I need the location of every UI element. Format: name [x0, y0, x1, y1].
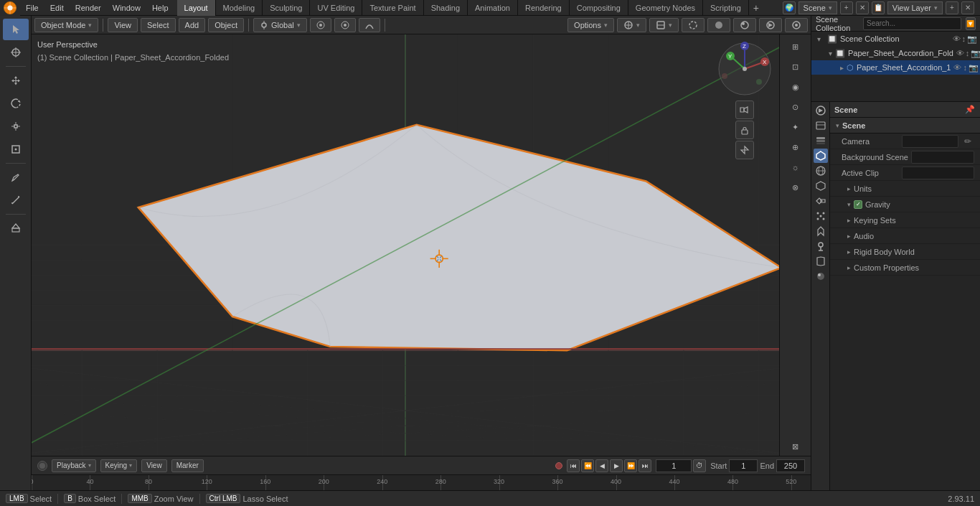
- tab-compositing[interactable]: Compositing: [570, 0, 628, 16]
- marker-menu[interactable]: Marker: [171, 459, 204, 472]
- tool-move[interactable]: [3, 70, 29, 91]
- outliner-filter-button[interactable]: 🔽: [966, 17, 976, 30]
- view-layer-props-icon[interactable]: [814, 133, 828, 148]
- menu-file[interactable]: File: [20, 0, 44, 16]
- viewport-3d[interactable]: User Perspective (1) Scene Collection | …: [32, 34, 779, 456]
- material-props-icon[interactable]: [814, 269, 828, 284]
- modifier-props-icon[interactable]: [814, 194, 828, 208]
- tool-add-primitive[interactable]: [3, 217, 29, 239]
- output-props-icon[interactable]: [814, 118, 828, 133]
- shading-solid[interactable]: [707, 18, 730, 32]
- jump-start-button[interactable]: ⏮: [567, 459, 580, 472]
- particles-props-icon[interactable]: [814, 209, 828, 223]
- scene-props-icon[interactable]: [814, 149, 828, 163]
- collection-render-icon[interactable]: 📷: [971, 49, 980, 58]
- keying-sets-section[interactable]: ▸ Keying Sets: [830, 212, 980, 228]
- tool-select[interactable]: [3, 19, 29, 40]
- select-menu-button[interactable]: Select: [141, 18, 176, 32]
- view-layer-selector[interactable]: View Layer ▾: [887, 1, 943, 14]
- view-menu-button[interactable]: View: [108, 18, 138, 32]
- tool-measure[interactable]: [3, 189, 29, 211]
- start-frame-input[interactable]: [729, 459, 758, 472]
- transform-pivot-button[interactable]: Global ▾: [253, 18, 307, 32]
- menu-edit[interactable]: Edit: [44, 0, 70, 16]
- tab-layout[interactable]: Layout: [177, 0, 216, 16]
- data-props-icon[interactable]: [814, 254, 828, 268]
- gravity-section[interactable]: ▾ ✓ Gravity: [830, 197, 980, 212]
- options-button[interactable]: Options ▾: [567, 18, 614, 32]
- gravity-checkbox[interactable]: ✓: [854, 200, 862, 209]
- menu-render[interactable]: Render: [70, 0, 107, 16]
- tab-uv-editing[interactable]: UV Editing: [310, 0, 362, 16]
- scene-selector[interactable]: Scene ▾: [798, 1, 837, 14]
- tab-rendering[interactable]: Rendering: [518, 0, 570, 16]
- object-menu-button[interactable]: Object: [208, 18, 244, 32]
- shading-rendered[interactable]: [759, 18, 782, 32]
- tool-rotate[interactable]: [3, 93, 29, 114]
- selectability-icon[interactable]: ↕: [962, 34, 966, 44]
- timeline-ruler[interactable]: 04080120160200240280320360400440480520: [32, 475, 811, 490]
- lock-view-button[interactable]: [735, 121, 754, 139]
- tab-geometry-nodes[interactable]: Geometry Nodes: [628, 0, 703, 16]
- visibility-icon[interactable]: 👁: [953, 34, 961, 44]
- tab-texture-paint[interactable]: Texture Paint: [362, 0, 423, 16]
- shading-eevee[interactable]: [785, 18, 808, 32]
- physics-props-icon[interactable]: [814, 224, 828, 238]
- menu-window[interactable]: Window: [107, 0, 146, 16]
- viewport-overlay-toggle[interactable]: ▾: [649, 18, 679, 32]
- delete-scene-icon[interactable]: ✕: [856, 1, 869, 14]
- menu-help[interactable]: Help: [146, 0, 174, 16]
- tool-annotate[interactable]: [3, 167, 29, 188]
- delete-view-layer-icon[interactable]: ✕: [961, 1, 974, 14]
- props-pin-button[interactable]: 📌: [964, 104, 976, 116]
- blender-logo[interactable]: [0, 0, 20, 16]
- object-mode-button[interactable]: Object Mode ▾: [34, 18, 98, 32]
- add-workspace-button[interactable]: +: [749, 1, 763, 15]
- object-render-icon[interactable]: 📷: [969, 63, 979, 72]
- snap-button[interactable]: [310, 18, 331, 32]
- tool-cursor[interactable]: [3, 42, 29, 63]
- tool-scale[interactable]: [3, 116, 29, 137]
- object-visibility-icon[interactable]: 👁: [953, 63, 961, 72]
- camera-value-field[interactable]: [902, 135, 958, 148]
- shading-material[interactable]: [733, 18, 756, 32]
- new-view-layer-icon[interactable]: +: [946, 1, 958, 14]
- render-props-icon[interactable]: [814, 103, 828, 118]
- current-frame-input[interactable]: [656, 459, 692, 472]
- time-unit-button[interactable]: ⏱: [693, 459, 706, 472]
- tab-shading[interactable]: Shading: [424, 0, 468, 16]
- view-layer-icon[interactable]: 📋: [872, 1, 885, 14]
- tab-animation[interactable]: Animation: [468, 0, 518, 16]
- tab-scripting[interactable]: Scripting: [703, 0, 749, 16]
- collection-selectability-icon[interactable]: ↕: [966, 49, 970, 58]
- audio-section[interactable]: ▸ Audio: [830, 228, 980, 244]
- render-icon[interactable]: 📷: [967, 34, 977, 44]
- proportional-edit-button[interactable]: [334, 18, 356, 32]
- rigid-body-section[interactable]: ▸ Rigid Body World: [830, 244, 980, 260]
- next-frame-button[interactable]: ⏩: [624, 459, 637, 472]
- keying-menu[interactable]: Keying ▾: [100, 459, 138, 472]
- new-scene-icon[interactable]: +: [840, 1, 853, 14]
- tab-sculpting[interactable]: Sculpting: [263, 0, 310, 16]
- play-reverse-button[interactable]: ◀: [595, 459, 608, 472]
- camera-view-button[interactable]: [735, 100, 754, 119]
- record-button[interactable]: [555, 462, 562, 469]
- outliner-item-object[interactable]: ▸ ⬡ Paper_Sheet_Accordion_1 👁 ↕ 📷: [811, 60, 980, 75]
- outliner-search[interactable]: [863, 17, 961, 30]
- tab-modeling[interactable]: Modeling: [216, 0, 263, 16]
- jump-end-button[interactable]: ⏭: [639, 459, 651, 472]
- outliner-item-collection[interactable]: ▾ 🔲 Paper_Sheet_Accordion_Fold 👁 ↕ 📷: [811, 46, 980, 60]
- add-menu-button[interactable]: Add: [179, 18, 206, 32]
- prev-frame-button[interactable]: ⏪: [581, 459, 594, 472]
- object-props-icon[interactable]: [814, 179, 828, 193]
- custom-props-section[interactable]: ▸ Custom Properties: [830, 260, 980, 276]
- props-scene-section[interactable]: ▾ Scene: [830, 118, 980, 133]
- active-clip-field[interactable]: [902, 167, 974, 179]
- background-scene-field[interactable]: [911, 151, 974, 164]
- object-selectability-icon[interactable]: ↕: [963, 63, 967, 72]
- end-frame-input[interactable]: [776, 459, 805, 472]
- rotation-gizmo[interactable]: X Y Z: [716, 40, 773, 98]
- view-menu[interactable]: View: [141, 459, 167, 472]
- viewport-gizmo-toggle[interactable]: ▾: [617, 18, 646, 32]
- constraints-props-icon[interactable]: [814, 239, 828, 253]
